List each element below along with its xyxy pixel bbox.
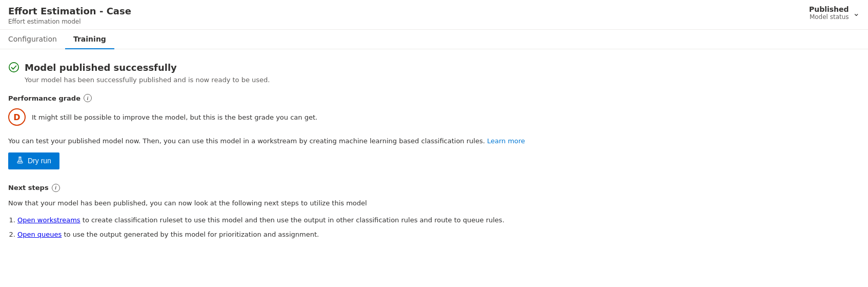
model-status-text: Published Model status <box>809 5 849 21</box>
dry-run-button[interactable]: Dry run <box>8 152 59 169</box>
success-title: Model published successfully <box>25 62 177 73</box>
grade-badge: D <box>8 108 26 126</box>
open-queues-link[interactable]: Open queues <box>17 231 62 238</box>
tab-training[interactable]: Training <box>65 30 114 49</box>
next-step-item-2: Open queues to use the output generated … <box>17 229 860 240</box>
next-steps-list: Open workstreams to create classificatio… <box>8 215 860 239</box>
next-step-item-1: Open workstreams to create classificatio… <box>17 215 860 225</box>
flask-icon <box>16 157 24 165</box>
page-title: Effort Estimation - Case <box>8 5 131 17</box>
page-subtitle: Effort estimation model <box>8 18 131 25</box>
published-label: Published <box>809 5 849 13</box>
learn-more-link[interactable]: Learn more <box>487 137 525 145</box>
next-steps-section: Next steps i Now that your model has bee… <box>8 184 860 240</box>
performance-grade-info-icon[interactable]: i <box>84 94 92 102</box>
chevron-down-icon: ⌄ <box>853 8 860 18</box>
model-status-widget[interactable]: Published Model status ⌄ <box>809 5 860 21</box>
next-steps-description: Now that your model has been published, … <box>8 198 860 208</box>
next-steps-title: Next steps i <box>8 184 860 192</box>
dry-run-label: Dry run <box>28 157 51 165</box>
open-workstreams-link[interactable]: Open workstreams <box>17 216 80 224</box>
next-steps-info-icon[interactable]: i <box>52 184 60 192</box>
model-status-label: Model status <box>809 13 849 21</box>
page-header: Effort Estimation - Case Effort estimati… <box>0 0 868 30</box>
flask-svg <box>16 157 24 164</box>
grade-row: D It might still be possible to improve … <box>8 108 860 126</box>
success-banner: Model published successfully <box>8 62 860 73</box>
success-icon <box>8 62 19 73</box>
grade-description: It might still be possible to improve th… <box>32 113 317 121</box>
performance-grade-section-title: Performance grade i <box>8 94 860 102</box>
success-description: Your model has been successfully publish… <box>25 76 860 84</box>
header-left: Effort Estimation - Case Effort estimati… <box>8 5 131 25</box>
tab-configuration[interactable]: Configuration <box>8 30 65 49</box>
svg-point-0 <box>9 63 18 72</box>
main-content: Model published successfully Your model … <box>0 49 868 256</box>
test-model-text: You can test your published model now. T… <box>8 136 860 146</box>
tabs-bar: Configuration Training <box>0 30 868 49</box>
